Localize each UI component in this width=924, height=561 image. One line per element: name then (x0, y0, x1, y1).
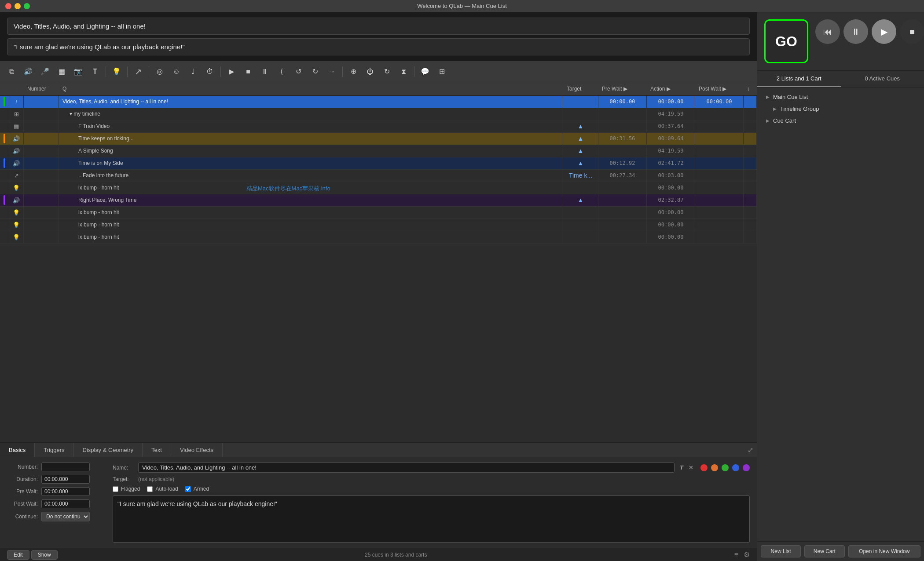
color-orange[interactable] (711, 464, 718, 471)
tab-text[interactable]: Text (143, 443, 171, 457)
list-icon[interactable]: ≡ (734, 551, 738, 559)
duration-input[interactable] (41, 475, 90, 484)
timer-btn[interactable]: ⧗ (396, 64, 411, 79)
color-blue[interactable] (732, 464, 739, 471)
tab-display-geometry[interactable]: Display & Geometry (74, 443, 143, 457)
traffic-light-yellow[interactable] (15, 3, 21, 9)
play-button[interactable]: ▶ (872, 19, 896, 44)
table-row[interactable]: ▦ F Train Video ▲ 00:37.64 (0, 120, 757, 132)
tab-lists[interactable]: 2 Lists and 1 Cart (757, 71, 841, 87)
power-btn[interactable]: ⏻ (362, 64, 378, 79)
go-button[interactable]: GO (764, 19, 808, 63)
row-postwait (695, 219, 744, 231)
row-q: lx bump - horn hit (59, 206, 563, 219)
copy-btn[interactable]: ⧉ (4, 64, 19, 79)
list-item-cart[interactable]: ▶ Cue Cart (761, 115, 920, 127)
table-row[interactable]: ⊞ ▾ my timeline 04:19.59 (0, 108, 757, 120)
pre-wait-input[interactable] (41, 487, 90, 496)
prev-btn[interactable]: ⟨ (274, 64, 290, 79)
list-item-timeline[interactable]: ▶ Timeline Group (761, 103, 920, 115)
memo-btn[interactable]: ☺ (169, 64, 184, 79)
table-row[interactable]: ↗ ...Fade into the future Time k... 00:2… (0, 169, 757, 182)
list-item-main[interactable]: ▶ Main Cue List (761, 91, 920, 103)
number-input[interactable] (41, 463, 90, 471)
row-postwait (695, 206, 744, 219)
row-icon: 💡 (9, 206, 24, 219)
row-prewait (598, 120, 647, 132)
fade-btn[interactable]: ↗ (130, 64, 146, 79)
table-row[interactable]: 💡 lx bump - horn hit 00:00.00 (0, 182, 757, 194)
crosshair-btn[interactable]: ⊕ (345, 64, 361, 79)
tab-video-effects[interactable]: Video Effects (171, 443, 223, 457)
clock-btn[interactable]: ⏱ (202, 64, 218, 79)
traffic-light-red[interactable] (5, 3, 11, 9)
pause-button[interactable]: ⏸ (843, 19, 868, 44)
chat-btn[interactable]: 💬 (417, 64, 433, 79)
flagged-label[interactable]: Flagged (113, 486, 140, 492)
grid-btn[interactable]: ⊞ (434, 64, 450, 79)
armed-checkbox[interactable] (185, 486, 191, 492)
continue-select[interactable]: Do not continue Auto-continue Auto-follo… (41, 512, 90, 521)
tab-triggers[interactable]: Triggers (35, 443, 73, 457)
auto-load-label[interactable]: Auto-load (147, 486, 178, 492)
table-row[interactable]: 🔊 Time is on My Side ▲ 00:12.92 02:41.72 (0, 157, 757, 169)
next-btn[interactable]: → (324, 64, 340, 79)
music-btn[interactable]: ♩ (185, 64, 201, 79)
row-action: 04:19.59 (647, 145, 695, 157)
color-red[interactable] (700, 464, 708, 471)
text-btn[interactable]: T (87, 64, 103, 79)
table-row[interactable]: 🔊 A Simple Song ▲ 04:19.59 (0, 145, 757, 157)
row-target (563, 231, 598, 243)
color-purple[interactable] (743, 464, 750, 471)
row-icon: ↗ (9, 169, 24, 182)
stop-button[interactable]: ■ (900, 19, 924, 44)
rewind-button[interactable]: ⏮ (815, 19, 840, 44)
redo-btn[interactable]: ↻ (307, 64, 323, 79)
play-btn[interactable]: ▶ (224, 64, 239, 79)
table-row[interactable]: 💡 lx bump - horn hit 00:00.00 (0, 231, 757, 243)
table-row[interactable]: 💡 lx bump - horn hit 00:00.00 (0, 206, 757, 219)
table-row[interactable]: 🔊 Time keeps on ticking... ▲ 00:31.56 00… (0, 132, 757, 145)
row-number (24, 157, 59, 169)
row-prewait: 00:00.00 (598, 95, 647, 108)
auto-load-checkbox[interactable] (147, 486, 153, 492)
name-clear-icon[interactable]: ✕ (689, 464, 693, 471)
table-row[interactable]: T Video, Titles, Audio, and Lighting -- … (0, 95, 757, 108)
new-list-button[interactable]: New List (761, 545, 801, 557)
table-row[interactable]: 💡 lx bump - horn hit 00:00.00 (0, 219, 757, 231)
new-cart-button[interactable]: New Cart (804, 545, 844, 557)
table-row[interactable]: 🔊 Right Place, Wrong Time ▲ 02:32.87 (0, 194, 757, 206)
row-prewait (598, 145, 647, 157)
audio-btn[interactable]: 🔊 (20, 64, 36, 79)
show-button[interactable]: Show (31, 550, 58, 560)
tab-expand-btn[interactable]: ⤢ (744, 443, 757, 457)
target-btn[interactable]: ◎ (152, 64, 168, 79)
open-new-window-button[interactable]: Open in New Window (848, 545, 921, 557)
video-btn[interactable]: ▦ (54, 64, 70, 79)
tab-basics[interactable]: Basics (0, 443, 35, 457)
cue-table-container[interactable]: Number Q Target Pre Wait ▶ Action ▶ Post… (0, 82, 757, 442)
settings-icon[interactable]: ⚙ (744, 550, 750, 559)
undo-btn[interactable]: ↺ (290, 64, 306, 79)
tab-active-cues[interactable]: 0 Active Cues (841, 71, 924, 87)
row-q: F Train Video (59, 120, 563, 132)
post-wait-input[interactable] (41, 499, 90, 508)
row-q: Right Place, Wrong Time (59, 194, 563, 206)
armed-label[interactable]: Armed (185, 486, 209, 492)
transport: ⏮ ⏸ ▶ ■ (815, 19, 924, 44)
name-input[interactable] (138, 463, 675, 473)
mic-btn[interactable]: 🎤 (37, 64, 53, 79)
row-action: 00:00.00 (647, 95, 695, 108)
traffic-light-green[interactable] (24, 3, 30, 9)
stop-btn[interactable]: ■ (240, 64, 256, 79)
row-indicator (0, 95, 9, 108)
color-green[interactable] (722, 464, 729, 471)
pause-btn[interactable]: ⏸ (257, 64, 273, 79)
flagged-checkbox[interactable] (113, 486, 118, 492)
edit-button[interactable]: Edit (7, 550, 29, 560)
row-indicator (0, 145, 9, 157)
light-btn[interactable]: 💡 (109, 64, 125, 79)
loop-btn[interactable]: ↻ (379, 64, 395, 79)
camera-btn[interactable]: 📷 (70, 64, 86, 79)
sep5 (342, 66, 343, 77)
